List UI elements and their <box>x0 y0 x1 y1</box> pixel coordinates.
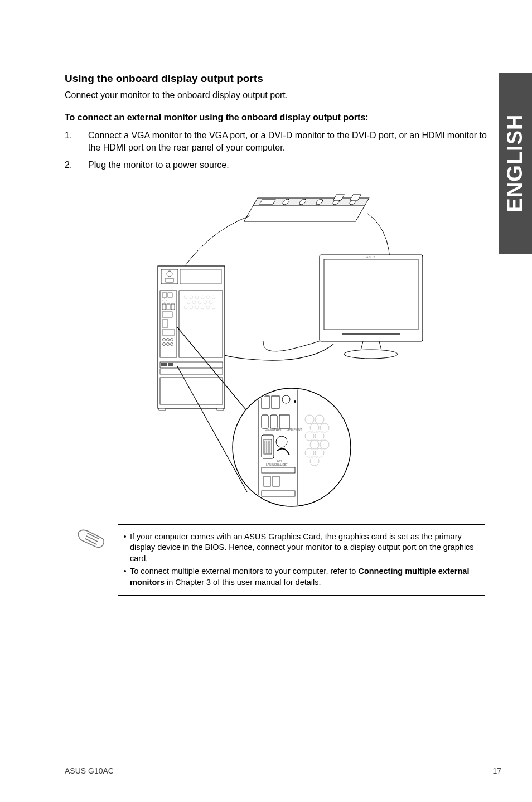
section-intro: Connect your monitor to the onboard disp… <box>65 90 501 100</box>
svg-rect-86 <box>264 476 270 486</box>
note-block: • If your computer comes with an ASUS Gr… <box>65 524 485 596</box>
footer-page-number: 17 <box>492 766 501 775</box>
section-title: Using the onboard display output ports <box>65 73 501 85</box>
step-text: Connect a VGA monitor to the VGA port, o… <box>88 129 501 153</box>
svg-rect-71 <box>270 415 277 428</box>
svg-text:LAN USB6/USB7: LAN USB6/USB7 <box>266 463 288 466</box>
svg-text:SPDIF OUT: SPDIF OUT <box>287 428 302 431</box>
svg-rect-12 <box>342 333 400 335</box>
note-item: • If your computer comes with an ASUS Gr… <box>120 532 482 564</box>
svg-rect-84 <box>262 467 295 473</box>
note-text: To connect multiple external monitors to… <box>130 566 482 588</box>
svg-point-69 <box>294 400 296 403</box>
svg-rect-0 <box>244 205 365 221</box>
step-number: 2. <box>65 159 88 171</box>
svg-rect-42 <box>159 408 166 410</box>
svg-point-14 <box>344 350 398 359</box>
svg-rect-27 <box>162 312 172 317</box>
step-number: 1. <box>65 129 88 153</box>
svg-rect-67 <box>272 396 279 408</box>
svg-rect-24 <box>162 304 166 310</box>
svg-rect-26 <box>171 304 175 310</box>
svg-rect-11 <box>324 259 418 330</box>
svg-rect-28 <box>162 320 168 327</box>
footer-product: ASUS G10AC <box>65 766 114 775</box>
note-text: If your computer comes with an ASUS Grap… <box>130 532 482 564</box>
svg-rect-43 <box>217 408 224 410</box>
svg-rect-2 <box>259 200 275 204</box>
svg-rect-87 <box>273 476 279 486</box>
language-tab: ENGLISH <box>499 73 532 254</box>
svg-rect-19 <box>180 269 221 284</box>
svg-rect-21 <box>162 293 167 297</box>
svg-rect-38 <box>160 369 223 374</box>
steps-list: 1. Connect a VGA monitor to the VGA port… <box>65 129 501 171</box>
svg-rect-40 <box>168 363 173 366</box>
connection-diagram: ASUS <box>65 182 501 509</box>
note-hand-icon <box>65 524 118 551</box>
section-subhead: To connect an external monitor using the… <box>65 113 501 123</box>
svg-rect-18 <box>166 278 173 282</box>
svg-rect-29 <box>162 330 175 335</box>
svg-text:ASUS: ASUS <box>366 255 375 259</box>
bullet-icon: • <box>120 566 130 588</box>
svg-text:HDMI: HDMI <box>275 428 282 431</box>
step-item: 2. Plug the monitor to a power source. <box>65 159 501 171</box>
svg-rect-22 <box>168 293 172 297</box>
bullet-icon: • <box>120 532 130 564</box>
svg-rect-39 <box>161 363 167 366</box>
note-body: • If your computer comes with an ASUS Gr… <box>118 524 485 596</box>
page-footer: ASUS G10AC 17 <box>65 766 501 775</box>
step-text: Plug the monitor to a power source. <box>88 159 229 171</box>
svg-rect-70 <box>262 415 268 428</box>
svg-text:DVI: DVI <box>277 459 282 462</box>
svg-rect-36 <box>179 291 223 357</box>
svg-rect-88 <box>262 491 295 496</box>
svg-rect-25 <box>167 304 170 310</box>
step-item: 1. Connect a VGA monitor to the VGA port… <box>65 129 501 153</box>
svg-rect-72 <box>279 415 289 428</box>
svg-rect-66 <box>262 396 269 408</box>
note-item: • To connect multiple external monitors … <box>120 566 482 588</box>
language-label: ENGLISH <box>504 114 528 212</box>
